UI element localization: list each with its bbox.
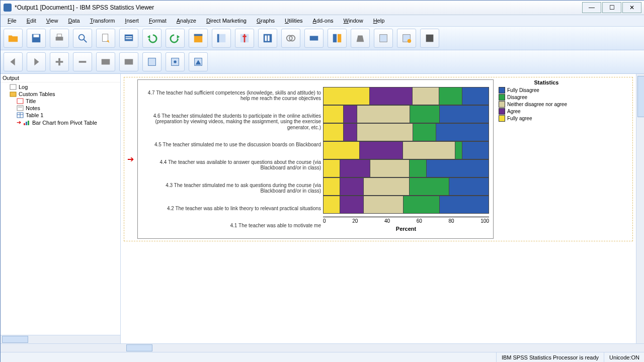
chart-segment	[410, 178, 449, 195]
promote-button[interactable]	[50, 52, 69, 71]
chart-segment	[324, 196, 340, 213]
split-file-button[interactable]	[328, 29, 347, 48]
chart-segment	[324, 87, 370, 105]
collapse-button[interactable]	[96, 52, 115, 71]
expand-button[interactable]	[119, 52, 138, 71]
menu-graphs[interactable]: Graphs	[252, 17, 280, 25]
svg-rect-11	[194, 34, 203, 36]
menu-direct-marketing[interactable]: Direct Marketing	[201, 17, 252, 25]
outline-item-log[interactable]: Log	[3, 83, 118, 90]
value-labels-button[interactable]	[304, 29, 324, 48]
outline-tree: LogCustom TablesTitleNotesTable 1➔Bar Ch…	[1, 82, 120, 335]
outline-item-table-1[interactable]: Table 1	[3, 112, 118, 119]
chart-category-label: 4.3 The teacher stimulated me to ask que…	[142, 183, 323, 194]
weight-cases-button[interactable]	[351, 29, 370, 48]
titlebar: *Output1 [Document1] - IBM SPSS Statisti…	[1, 1, 644, 15]
chart-object[interactable]: 4.7 The teacher had sufficient competenc…	[137, 79, 494, 239]
svg-rect-36	[17, 106, 23, 111]
arrow-icon: ➔	[17, 119, 21, 126]
chart-segment	[324, 124, 344, 141]
outline-item-label: Table 1	[26, 112, 43, 118]
select-cases-button[interactable]	[281, 29, 300, 48]
svg-rect-23	[380, 35, 387, 42]
goto-variable-button[interactable]	[235, 29, 254, 48]
svg-rect-42	[26, 122, 27, 125]
chart-icon	[23, 120, 30, 126]
back-button[interactable]	[4, 52, 23, 71]
undo-button[interactable]	[142, 29, 162, 48]
demote-button[interactable]	[73, 52, 92, 71]
print-preview-button[interactable]	[73, 29, 92, 48]
menu-analyze[interactable]: Analyze	[172, 17, 201, 25]
menu-format[interactable]: Format	[144, 17, 172, 25]
legend-item: Agree	[499, 108, 594, 115]
chart-segment	[410, 106, 440, 123]
redo-button[interactable]	[166, 29, 185, 48]
folder-icon	[10, 91, 17, 97]
outline-item-custom-tables[interactable]: Custom Tables	[3, 90, 118, 98]
menu-insert[interactable]: Insert	[120, 17, 144, 25]
menu-data[interactable]: Data	[63, 17, 85, 25]
chart-segment	[324, 178, 340, 195]
outline-scrollbar-h[interactable]	[1, 335, 120, 343]
export-button[interactable]	[96, 29, 115, 48]
menu-help[interactable]: Help	[368, 17, 390, 25]
table-icon	[17, 112, 24, 118]
print-button[interactable]	[50, 29, 69, 48]
forward-button[interactable]	[27, 52, 46, 71]
svg-rect-20	[310, 36, 318, 40]
chart-segment	[370, 160, 410, 177]
chart-category-label: 4.4 The teacher was available to answer …	[142, 159, 323, 171]
svg-rect-26	[426, 35, 434, 42]
outline-root[interactable]: Output	[1, 74, 120, 82]
body: Output LogCustom TablesTitleNotesTable 1…	[1, 74, 644, 343]
outline-item-label: Notes	[26, 105, 40, 111]
chart-segment	[357, 124, 413, 141]
chart-segment	[410, 160, 426, 177]
variables-button[interactable]	[258, 29, 277, 48]
goto-case-button[interactable]	[212, 29, 231, 48]
menu-window[interactable]: Window	[339, 17, 368, 25]
chart-x-axis: 020406080100 Percent	[323, 217, 489, 234]
show-hide-button[interactable]	[420, 29, 439, 48]
maximize-button[interactable]: ☐	[602, 2, 621, 13]
menu-view[interactable]: View	[41, 17, 63, 25]
outline-item-notes[interactable]: Notes	[3, 105, 118, 112]
show-button[interactable]	[142, 52, 162, 71]
menu-add-ons[interactable]: Add-ons	[308, 17, 339, 25]
minimize-button[interactable]: —	[582, 2, 601, 13]
chart-bar	[323, 123, 489, 141]
hide-button[interactable]	[166, 52, 185, 71]
chart-selection-frame[interactable]: ➔ 4.7 The teacher had sufficient compete…	[124, 77, 633, 241]
insert-heading-button[interactable]	[189, 52, 208, 71]
menu-utilities[interactable]: Utilities	[280, 17, 307, 25]
chart-category-label: 4.5 The teacher stimulated me to use the…	[142, 142, 323, 148]
designate-window-button[interactable]	[397, 29, 416, 48]
toolbar-nav	[1, 50, 644, 74]
legend-label: Agree	[507, 109, 521, 114]
chart-x-label: Percent	[323, 226, 489, 232]
chart-segment	[413, 87, 439, 105]
viewer-scrollbar-h[interactable]	[1, 343, 644, 352]
legend-label: Fully agree	[507, 116, 532, 121]
outline-item-bar-chart-from-pivot-table[interactable]: ➔Bar Chart from Pivot Table	[3, 119, 118, 126]
viewer-content: ➔ 4.7 The teacher had sufficient compete…	[121, 74, 636, 343]
svg-rect-34	[10, 92, 16, 97]
menu-edit[interactable]: Edit	[22, 17, 41, 25]
menu-transform[interactable]: Transform	[85, 17, 120, 25]
chart-segment	[455, 142, 462, 159]
menu-file[interactable]: File	[3, 17, 22, 25]
chart-segment	[462, 142, 489, 159]
save-button[interactable]	[27, 29, 46, 48]
insert-button[interactable]	[374, 29, 393, 48]
open-button[interactable]	[4, 29, 23, 48]
legend-swatch-icon	[499, 87, 505, 94]
svg-rect-17	[268, 36, 270, 41]
outline-item-title[interactable]: Title	[3, 98, 118, 105]
close-button[interactable]: ✕	[622, 2, 641, 13]
recall-dialog-button[interactable]	[119, 29, 138, 48]
current-item-arrow-icon: ➔	[127, 154, 134, 164]
svg-rect-8	[126, 36, 132, 37]
viewer-scrollbar-v[interactable]	[636, 74, 644, 343]
goto-data-button[interactable]	[189, 29, 208, 48]
